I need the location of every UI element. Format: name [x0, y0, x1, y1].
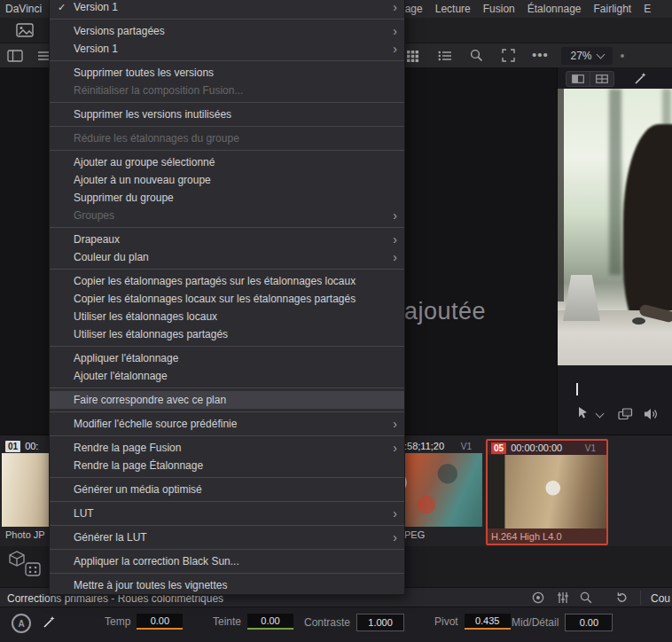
bypass-icon[interactable] [532, 591, 544, 604]
menu-item[interactable]: Ajouter à un nouveau groupe [50, 171, 404, 189]
menu-item[interactable]: LUT› [50, 505, 404, 522]
clip-number-badge: 01 [5, 441, 20, 452]
menu-item[interactable]: Copier les étalonnages locaux sur les ét… [50, 290, 404, 308]
menu-item[interactable]: Version 1› [50, 40, 404, 58]
menu-separator [50, 435, 404, 436]
speaker-icon[interactable] [644, 408, 659, 420]
menu-separator [50, 227, 404, 228]
menu-item[interactable]: Générer un média optimisé [50, 481, 404, 498]
field-value[interactable]: 0.00 [565, 614, 613, 631]
next-section-label: Cou [651, 592, 670, 605]
adjustment-field: Contraste1.000 [304, 614, 404, 631]
expand-icon[interactable] [502, 49, 515, 62]
submenu-arrow-icon: › [385, 507, 397, 520]
menubar-item[interactable]: Lecture [435, 3, 471, 15]
checkmark-icon: ✓ [50, 2, 74, 13]
menu-item-label: Générer la LUT [74, 531, 385, 544]
menu-item[interactable]: Supprimer les versions inutilisées [50, 106, 404, 123]
viewer-panel [557, 67, 672, 435]
menu-separator [50, 126, 404, 127]
menu-item[interactable]: Utiliser les étalonnages partagés [50, 325, 404, 343]
menu-item[interactable]: Appliquer l'étalonnage [50, 349, 404, 367]
menu-separator [50, 549, 404, 550]
sliders-icon[interactable] [557, 591, 569, 604]
menu-item-label: Utiliser les étalonnages locaux [74, 310, 385, 323]
menubar-item[interactable]: Étalonnage [527, 3, 582, 15]
mouse-shape [632, 317, 645, 325]
menu-item-label: Utiliser les étalonnages partagés [74, 328, 385, 341]
timeline-clip[interactable]: 0500:00:00:00V1H.264 High L4.0 [486, 439, 608, 545]
menu-item-label: Drapeaux [74, 233, 385, 246]
menu-separator [50, 573, 404, 574]
panel-toggle-icon[interactable] [7, 50, 23, 62]
field-value[interactable]: 0.00 [247, 614, 293, 630]
field-value[interactable]: 0.435 [465, 614, 511, 630]
clip-timecode: :58;11;20 [404, 441, 444, 451]
menu-item[interactable]: Couleur du plan› [50, 248, 404, 266]
menu-item-label: Réduire les étalonnages du groupe [74, 132, 385, 145]
menubar-item[interactable]: Fairlight [594, 3, 632, 15]
menu-separator [50, 525, 404, 526]
menu-item[interactable]: Rendre la page Étalonnage [50, 457, 404, 474]
menu-item[interactable]: Versions partagées› [50, 22, 404, 40]
primary-controls-bar: A Temp0.00Teinte0.00Contraste1.000Pivot0… [0, 607, 672, 642]
menu-item-label: Version 1 [74, 1, 385, 13]
clip-timecode: 00:00:00:00 [511, 442, 562, 453]
menu-item[interactable]: Supprimer toutes les versions [50, 64, 404, 82]
version-toast-text: ajoutée [404, 298, 486, 325]
submenu-arrow-icon: › [385, 233, 397, 246]
menu-item-label: Supprimer toutes les versions [74, 67, 385, 79]
wand-icon[interactable] [634, 71, 648, 85]
field-label: Contraste [304, 616, 350, 629]
divider [640, 591, 641, 605]
menu-item[interactable]: Utiliser les étalonnages locaux [50, 308, 404, 325]
pointer-tool-icon[interactable] [577, 406, 590, 419]
menubar: nageLectureFusionÉtalonnageFairlightE [399, 3, 651, 15]
clip-thumbnail[interactable] [488, 455, 606, 528]
zoom-select[interactable]: 27% [561, 47, 613, 65]
menu-separator [50, 150, 404, 151]
menu-item[interactable]: Modifier l'échelle source prédéfinie› [50, 415, 404, 433]
menu-item-label: Mettre à jour toutes les vignettes [74, 579, 385, 591]
grid-view-icon[interactable] [406, 50, 419, 62]
menu-item[interactable]: Faire correspondre avec ce plan [50, 391, 404, 409]
list-view-icon[interactable] [438, 51, 452, 61]
field-value[interactable]: 1.000 [356, 614, 404, 631]
menu-item[interactable]: Appliquer la correction Black Sun... [50, 552, 404, 570]
viewer-video-frame [558, 89, 672, 365]
menu-item[interactable]: Copier les étalonnages partagés sur les … [50, 272, 404, 290]
gallery-icon[interactable] [7, 550, 27, 568]
undo-history-icon[interactable] [615, 591, 628, 604]
grid-screen-icon[interactable] [590, 72, 613, 86]
menu-item[interactable]: Rendre la page Fusion› [50, 439, 404, 457]
menu-item[interactable]: Générer la LUT› [50, 528, 404, 546]
menubar-item[interactable]: Fusion [483, 3, 515, 15]
menu-item-label: LUT [74, 507, 385, 520]
menu-item[interactable]: Supprimer du groupe [50, 189, 404, 207]
viewer-mode-toggle[interactable] [566, 71, 614, 87]
submenu-arrow-icon: › [385, 1, 397, 13]
search-icon[interactable] [470, 49, 483, 62]
magnifier-icon[interactable] [580, 591, 592, 604]
menu-item[interactable]: Mettre à jour toutes les vignettes [50, 576, 404, 594]
chevron-down-icon[interactable] [596, 410, 605, 419]
node-graph-icon[interactable] [25, 562, 41, 576]
more-options-icon[interactable]: ••• [532, 47, 549, 62]
menu-item[interactable]: ✓Version 1› [50, 0, 404, 16]
menubar-item[interactable]: E [644, 3, 651, 15]
split-screen-icon[interactable] [567, 72, 590, 86]
menu-separator [50, 60, 404, 61]
menu-item[interactable]: Ajouter au groupe sélectionné [50, 153, 404, 171]
layers-icon[interactable] [618, 408, 633, 420]
menu-item-label: Version 1 [74, 43, 385, 55]
clip-header: 0500:00:00:00V1 [488, 441, 606, 455]
menu-item-label: Copier les étalonnages partagés sur les … [74, 275, 385, 287]
jog-slider-handle[interactable] [576, 383, 578, 395]
clip-filename-label: H.264 High L4.0 [488, 528, 606, 544]
menu-item[interactable]: Drapeaux› [50, 231, 404, 248]
window-frame-shape [609, 89, 621, 275]
menu-item-label: Ajouter au groupe sélectionné [74, 156, 385, 168]
field-value[interactable]: 0.00 [137, 614, 183, 630]
grab-still-icon[interactable] [16, 23, 34, 37]
menu-item[interactable]: Ajouter l'étalonnage [50, 367, 404, 385]
